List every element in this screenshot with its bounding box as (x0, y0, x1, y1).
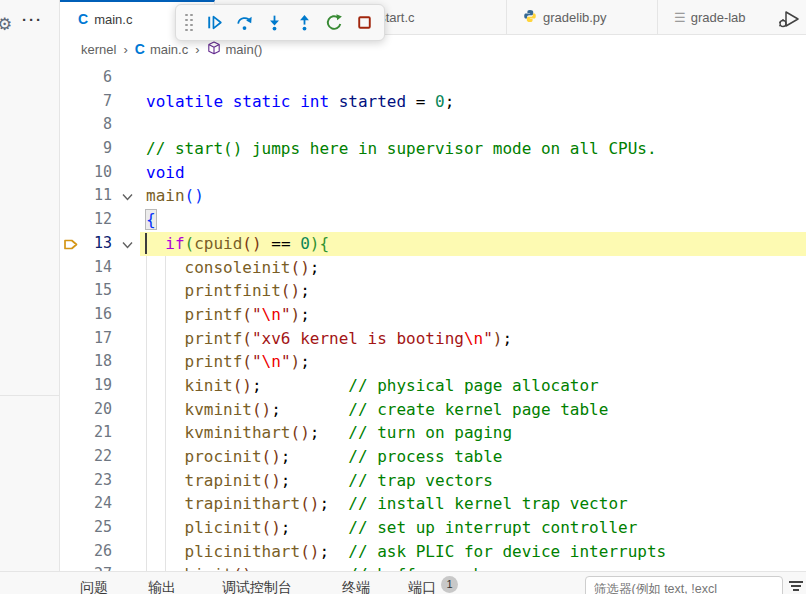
line-number[interactable]: 21 (60, 421, 112, 445)
symbol-method-icon (207, 41, 221, 58)
code-line-18[interactable]: 18 printf("\n"); (60, 350, 806, 374)
line-number[interactable]: 7 (60, 90, 112, 114)
code-text: kvminit(); // create kernel page table (146, 398, 608, 422)
panel-tab-problems[interactable]: 问题 (80, 579, 108, 594)
line-number[interactable]: 24 (60, 492, 112, 516)
code-editor[interactable]: 67volatile static int started = 0;89// s… (60, 62, 806, 571)
code-text: plicinithart(); // ask PLIC for device i… (146, 540, 666, 564)
debug-current-line-icon (63, 237, 79, 256)
code-lines: 67volatile static int started = 0;89// s… (60, 62, 806, 571)
code-text: volatile static int started = 0; (146, 90, 454, 114)
tab-gradelib-py[interactable]: gradelib.py (507, 0, 658, 35)
list-file-icon: ☰ (674, 10, 685, 25)
restart-icon[interactable] (319, 8, 349, 38)
gripper-icon[interactable] (185, 14, 193, 32)
breadcrumb: kernel › C main.c › main() (60, 36, 806, 62)
code-line-26[interactable]: 26 plicinithart(); // ask PLIC for devic… (60, 540, 806, 564)
step-into-icon[interactable] (259, 8, 289, 38)
code-line-25[interactable]: 25 plicinit(); // set up interrupt contr… (60, 516, 806, 540)
line-number[interactable]: 14 (60, 256, 112, 280)
c-file-icon: C (78, 11, 88, 27)
chevron-right-icon: › (195, 42, 199, 57)
line-number[interactable]: 25 (60, 516, 112, 540)
code-line-7[interactable]: 7volatile static int started = 0; (60, 90, 806, 114)
line-number[interactable]: 26 (60, 540, 112, 564)
code-line-21[interactable]: 21 kvminithart(); // turn on paging (60, 421, 806, 445)
code-text: trapinithart(); // install kernel trap v… (146, 492, 628, 516)
text-cursor (145, 233, 147, 254)
tab-label: main.c (94, 12, 132, 27)
tab-label: grade-lab (691, 10, 746, 25)
debug-toolbar (175, 4, 385, 41)
line-number[interactable]: 23 (60, 469, 112, 493)
line-number[interactable]: 16 (60, 303, 112, 327)
tab-label: gradelib.py (543, 10, 607, 25)
code-text: kinit(); // physical page allocator (146, 374, 599, 398)
ports-count-badge: 1 (441, 576, 458, 593)
code-text: plicinit(); // set up interrupt controll… (146, 516, 637, 540)
sidebar-section-divider (0, 395, 59, 396)
step-over-icon[interactable] (229, 8, 259, 38)
code-text: printfinit(); (146, 279, 310, 303)
code-line-8[interactable]: 8 (60, 113, 806, 137)
breadcrumb-file[interactable]: C main.c (135, 41, 188, 57)
code-text: printf("\n"); (146, 350, 310, 374)
line-number[interactable]: 8 (60, 113, 112, 137)
line-number[interactable]: 6 (60, 66, 112, 90)
code-text: if(cpuid() == 0){ (146, 232, 329, 256)
code-line-6[interactable]: 6 (60, 66, 806, 90)
code-line-14[interactable]: 14 consoleinit(); (60, 256, 806, 280)
fold-chevron-icon[interactable] (120, 189, 135, 208)
code-line-20[interactable]: 20 kvminit(); // create kernel page tabl… (60, 398, 806, 422)
code-text: printf("\n"); (146, 303, 310, 327)
code-line-12[interactable]: 12{ (60, 208, 806, 232)
line-number[interactable]: 10 (60, 161, 112, 185)
panel-tab-ports[interactable]: 端口 (408, 579, 436, 594)
bottom-panel: 问题 输出 调试控制台 终端 端口 1 (0, 571, 806, 594)
stop-icon[interactable] (349, 8, 379, 38)
breadcrumb-symbol[interactable]: main() (207, 41, 263, 58)
step-out-icon[interactable] (289, 8, 319, 38)
breadcrumb-kernel[interactable]: kernel (81, 42, 116, 57)
code-line-17[interactable]: 17 printf("xv6 kernel is booting\n"); (60, 327, 806, 351)
gear-icon[interactable]: ⚙ (0, 14, 12, 35)
code-line-11[interactable]: 11main() (60, 184, 806, 208)
line-number[interactable]: 27 (60, 563, 112, 571)
code-line-23[interactable]: 23 trapinit(); // trap vectors (60, 469, 806, 493)
panel-tab-output[interactable]: 输出 (148, 579, 176, 594)
panel-tab-debug-console[interactable]: 调试控制台 (222, 579, 292, 594)
panel-tab-terminal[interactable]: 终端 (342, 579, 370, 594)
line-number[interactable]: 15 (60, 279, 112, 303)
code-line-13[interactable]: 13 if(cpuid() == 0){ (60, 232, 806, 256)
python-file-icon (523, 9, 537, 26)
filter-input[interactable] (585, 576, 783, 594)
line-number[interactable]: 9 (60, 137, 112, 161)
code-text: trapinit(); // trap vectors (146, 469, 493, 493)
fold-chevron-icon[interactable] (120, 237, 135, 256)
code-line-15[interactable]: 15 printfinit(); (60, 279, 806, 303)
line-number[interactable]: 20 (60, 398, 112, 422)
vscode-window: ⚙ ··· C main.c C start.c gradelib.py ☰ g… (0, 0, 806, 594)
sidebar: ⚙ ··· (0, 0, 60, 571)
run-or-debug-icon[interactable] (777, 8, 801, 34)
code-line-27[interactable]: 27 binit(); // buffer cache (60, 563, 806, 571)
line-number[interactable]: 19 (60, 374, 112, 398)
line-number[interactable]: 12 (60, 208, 112, 232)
code-text: main() (146, 184, 204, 208)
line-number[interactable]: 22 (60, 445, 112, 469)
code-line-9[interactable]: 9// start() jumps here in supervisor mod… (60, 137, 806, 161)
code-line-16[interactable]: 16 printf("\n"); (60, 303, 806, 327)
code-line-19[interactable]: 19 kinit(); // physical page allocator (60, 374, 806, 398)
code-line-24[interactable]: 24 trapinithart(); // install kernel tra… (60, 492, 806, 516)
code-line-22[interactable]: 22 procinit(); // process table (60, 445, 806, 469)
more-actions-icon[interactable]: ··· (22, 11, 43, 28)
code-text: printf("xv6 kernel is booting\n"); (146, 327, 512, 351)
line-number[interactable]: 18 (60, 350, 112, 374)
code-line-10[interactable]: 10void (60, 161, 806, 185)
filter-icon[interactable] (789, 581, 803, 593)
continue-icon[interactable] (199, 8, 229, 38)
line-number[interactable]: 17 (60, 327, 112, 351)
line-number[interactable]: 11 (60, 184, 112, 208)
code-text: binit(); // buffer cache (146, 563, 493, 571)
code-text: { (146, 208, 156, 232)
